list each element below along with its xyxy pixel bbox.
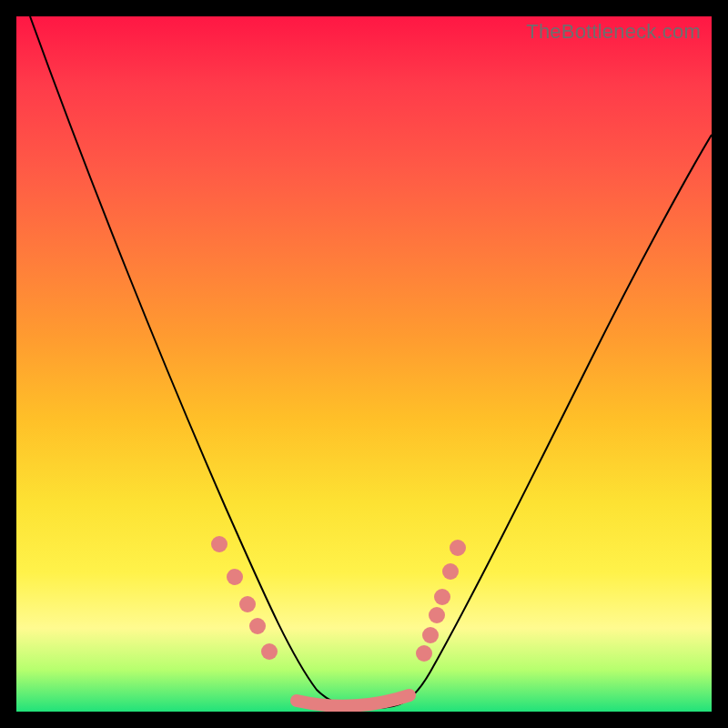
curve-svg	[16, 16, 712, 712]
curve-marker	[249, 618, 266, 634]
curve-marker	[227, 569, 243, 585]
curve-marker	[434, 589, 450, 605]
curve-marker	[422, 627, 439, 643]
chart-frame: TheBottleneck.com	[0, 0, 728, 728]
curve-marker	[429, 607, 445, 623]
bottleneck-curve	[30, 16, 712, 708]
curve-marker	[450, 540, 466, 556]
curve-marker	[211, 536, 228, 552]
curve-marker	[239, 596, 256, 612]
curve-marker	[261, 643, 278, 660]
plot-area: TheBottleneck.com	[16, 16, 712, 712]
curve-marker	[442, 563, 459, 580]
plateau-marker	[297, 695, 410, 706]
curve-marker	[416, 645, 432, 662]
